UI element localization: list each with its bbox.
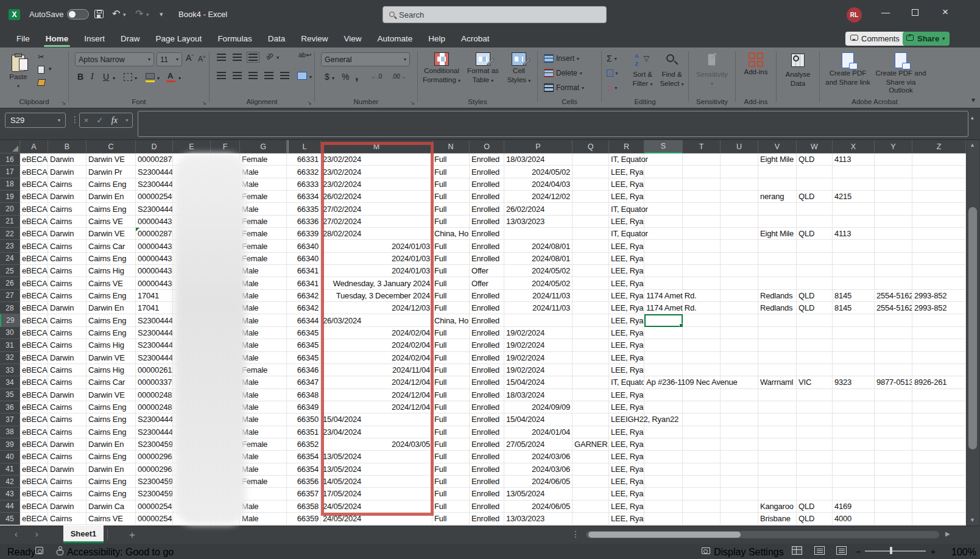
cell-S29[interactable] [644, 314, 683, 326]
cell-T35[interactable] [683, 389, 721, 401]
cell-G44[interactable]: Male [240, 501, 287, 513]
cell-R21[interactable]: LEE, Ryan [609, 216, 644, 228]
cell-B24[interactable]: Cairns [48, 253, 86, 265]
cell-G39[interactable]: Female [240, 438, 287, 451]
cell-S23[interactable] [644, 240, 683, 252]
cell-O24[interactable]: Enrolled [470, 253, 504, 265]
cell-Q22[interactable] [573, 228, 609, 240]
cell-E37[interactable] [173, 413, 211, 426]
cell-O37[interactable]: Enrolled [470, 413, 504, 426]
cell-U38[interactable] [721, 426, 758, 438]
cell-X40[interactable] [833, 451, 875, 463]
cell-W43[interactable] [797, 488, 833, 500]
cut-icon[interactable]: ✂ [38, 52, 44, 62]
cell-D44[interactable]: 000002541 [136, 501, 173, 513]
cell-N41[interactable]: Full [432, 463, 470, 476]
cell-R32[interactable]: LEE, Ryan [609, 352, 644, 364]
cell-B41[interactable]: Darwin [48, 463, 86, 476]
cell-C23[interactable]: Cairns Car [86, 240, 136, 252]
cell-T24[interactable] [683, 253, 721, 265]
cell-A19[interactable]: eBECAS La [20, 191, 48, 203]
cell-S20[interactable] [644, 203, 683, 215]
cell-S21[interactable] [644, 216, 683, 228]
cell-Z21[interactable] [912, 216, 966, 228]
cell-E38[interactable] [173, 426, 211, 438]
cell-X19[interactable]: 4215 [833, 191, 875, 203]
cell-B23[interactable]: Cairns [48, 240, 86, 252]
cell-Q27[interactable] [573, 290, 609, 302]
font-dialog-launcher-icon[interactable]: ↘ [202, 100, 206, 106]
cell-O34[interactable]: Enrolled [470, 376, 504, 388]
cell-Q36[interactable] [573, 401, 609, 413]
cell-P25[interactable]: 2024/05/02 [504, 265, 573, 277]
cell-G36[interactable]: Male [240, 401, 287, 413]
cell-C40[interactable]: Cairns Eng [86, 451, 136, 463]
merge-dropdown-icon[interactable]: ▾ [309, 74, 312, 80]
cell-R16[interactable]: IT, Equator [609, 153, 644, 166]
cell-U24[interactable] [721, 253, 758, 265]
cell-D40[interactable]: 000002962 [136, 451, 173, 463]
row-header-21[interactable]: 21 [0, 216, 20, 228]
cell-X29[interactable] [833, 314, 875, 326]
cell-O42[interactable]: Enrolled [470, 476, 504, 488]
cell-C31[interactable]: Cairns Hig [86, 339, 136, 351]
cell-U35[interactable] [721, 389, 758, 401]
cell-L18[interactable]: 66333 [287, 178, 321, 191]
align-top-icon[interactable] [217, 54, 226, 61]
cell-V26[interactable] [758, 277, 797, 289]
cell-Q34[interactable] [573, 376, 609, 388]
row-header-45[interactable]: 45 [0, 513, 20, 525]
cell-C35[interactable]: Darwin VE [86, 389, 136, 401]
cell-W18[interactable] [797, 178, 833, 191]
cell-E18[interactable] [173, 178, 211, 191]
cell-U26[interactable] [721, 277, 758, 289]
cell-W40[interactable] [797, 451, 833, 463]
cell-V25[interactable] [758, 265, 797, 277]
cell-U33[interactable] [721, 364, 758, 376]
cell-E40[interactable] [173, 451, 211, 463]
cancel-icon[interactable]: × [84, 116, 89, 125]
cell-B30[interactable]: Cairns [48, 327, 86, 339]
cell-U39[interactable] [721, 438, 758, 451]
cell-Y27[interactable]: 2554-5162 [875, 290, 912, 302]
column-header-M[interactable]: M [321, 140, 432, 153]
cell-O16[interactable]: Enrolled [470, 153, 504, 166]
cell-F40[interactable] [211, 451, 240, 463]
cell-Y16[interactable] [875, 153, 912, 166]
cell-A26[interactable]: eBECAS La [20, 277, 48, 289]
cell-N23[interactable]: Full [432, 240, 470, 252]
merge-center-icon[interactable] [297, 72, 307, 80]
cell-T38[interactable] [683, 426, 721, 438]
cell-B22[interactable]: Darwin [48, 228, 86, 240]
cell-Y42[interactable] [875, 476, 912, 488]
cell-G23[interactable]: Female [240, 240, 287, 252]
cell-R34[interactable]: IT, Equato [609, 376, 644, 388]
cell-X31[interactable] [833, 339, 875, 351]
cell-X42[interactable] [833, 476, 875, 488]
cell-P28[interactable]: 2024/11/03 [504, 302, 573, 314]
cell-F36[interactable] [211, 401, 240, 413]
cell-U16[interactable] [721, 153, 758, 166]
cell-U18[interactable] [721, 178, 758, 191]
row-header-28[interactable]: 28 [0, 302, 20, 314]
sensitivity-button[interactable]: Sensitivity▾ [693, 49, 731, 88]
row-header-34[interactable]: 34 [0, 376, 20, 388]
borders-dropdown-icon[interactable]: ▾ [135, 76, 137, 81]
cell-Q41[interactable] [573, 463, 609, 476]
cell-Z31[interactable] [912, 339, 966, 351]
cell-M42[interactable]: 14/05/2024 [321, 476, 432, 488]
cell-P44[interactable]: 2024/06/05 [504, 501, 573, 513]
cell-U31[interactable] [721, 339, 758, 351]
cell-E42[interactable] [173, 476, 211, 488]
cell-W24[interactable] [797, 253, 833, 265]
fill-color-dropdown-icon[interactable]: ▾ [157, 76, 160, 81]
cell-N32[interactable]: Full [432, 352, 470, 364]
cell-D31[interactable]: S23004441 [136, 339, 173, 351]
cell-G35[interactable]: Male [240, 389, 287, 401]
cell-E32[interactable] [173, 352, 211, 364]
cell-F34[interactable] [211, 376, 240, 388]
cell-V23[interactable] [758, 240, 797, 252]
align-left-icon[interactable] [217, 72, 226, 79]
zoom-slider[interactable] [865, 550, 926, 552]
cell-N42[interactable]: Full [432, 476, 470, 488]
